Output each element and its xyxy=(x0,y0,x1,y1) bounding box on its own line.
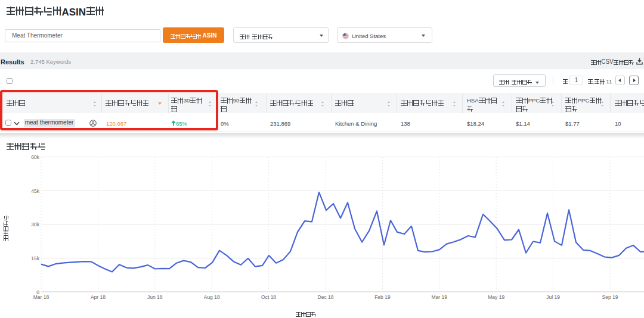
svg-text:Feb 19: Feb 19 xyxy=(374,294,391,300)
svg-text:60k: 60k xyxy=(31,154,39,160)
svg-text:May 19: May 19 xyxy=(488,294,504,300)
svg-text:Dec 18: Dec 18 xyxy=(318,294,334,300)
svg-text:Apr 18: Apr 18 xyxy=(91,294,106,300)
svg-text:30k: 30k xyxy=(31,222,39,227)
svg-text:Mar 18: Mar 18 xyxy=(33,294,49,300)
svg-text:Sep 19: Sep 19 xyxy=(602,294,618,300)
svg-text:Jul 19: Jul 19 xyxy=(546,294,560,300)
svg-text:45k: 45k xyxy=(31,188,39,194)
svg-text:Jun 18: Jun 18 xyxy=(147,294,163,300)
svg-text:Oct 18: Oct 18 xyxy=(261,294,276,300)
svg-text:Mar 19: Mar 19 xyxy=(432,294,448,300)
svg-text:Aug 18: Aug 18 xyxy=(204,294,220,300)
svg-text:15k: 15k xyxy=(31,255,39,261)
